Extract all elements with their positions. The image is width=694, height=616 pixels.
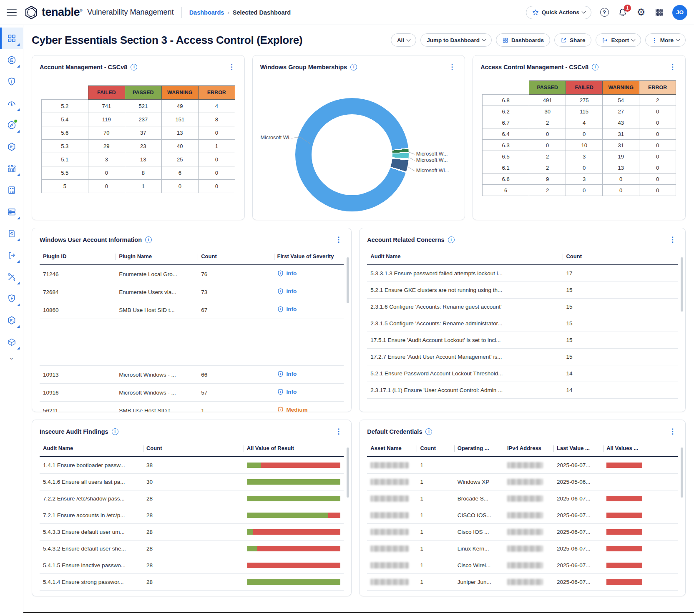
table-row[interactable]: 17.5.1 Ensure 'Audit Account Lockout' is…: [367, 332, 678, 349]
user-avatar[interactable]: JO: [672, 5, 687, 20]
table-row[interactable]: 2.3.1.6 Configure 'Accounts: Rename gues…: [367, 299, 678, 315]
sidebar-item-packages[interactable]: [0, 331, 23, 353]
table-row[interactable]: 1Cisco Wirel...2025-06-07...: [367, 557, 678, 574]
table-row[interactable]: 7.2.2 Ensure /etc/shadow pass...28: [40, 490, 344, 507]
vertical-scrollbar[interactable]: [681, 448, 683, 498]
severity-label: Info: [287, 371, 297, 377]
sidebar-item-assets[interactable]: [0, 309, 23, 331]
count-cell: 14: [563, 365, 678, 382]
info-icon[interactable]: i: [145, 236, 152, 243]
windows-group-donut-chart[interactable]: Microsoft Wi... Microsoft W... Microsoft…: [253, 75, 465, 216]
sidebar-item-audits[interactable]: [0, 179, 23, 201]
table-row[interactable]: 56211SMB Use Host SID t...1↑Medium: [40, 402, 344, 412]
severity-badge[interactable]: iInfo: [277, 288, 297, 294]
table-row[interactable]: 5.4.3.3 Ensure default user um...28: [40, 524, 344, 541]
notifications-button[interactable]: 1: [617, 7, 628, 18]
info-icon[interactable]: i: [448, 236, 455, 243]
sidebar-item-tools[interactable]: [0, 266, 23, 288]
widget-menu-button[interactable]: ⋮: [667, 235, 678, 244]
table-row[interactable]: 5.3.3.1.3 Ensure password failed attempt…: [367, 265, 678, 282]
table-row[interactable]: 1Juniper Jun...2025-06-07...: [367, 574, 678, 591]
sidebar-item-exports[interactable]: [0, 244, 23, 266]
widget-menu-button[interactable]: ⋮: [667, 427, 678, 436]
redacted-asset-name: [370, 562, 409, 568]
hamburger-menu-icon[interactable]: [7, 9, 17, 16]
table-row[interactable]: 5.4.1.4 Ensure strong passwor...28: [40, 574, 344, 591]
matrix-column-warning: WARNING: [161, 86, 198, 100]
matrix-cell: 19: [603, 151, 639, 162]
severity-badge[interactable]: iInfo: [277, 389, 297, 395]
more-button[interactable]: ⋮ More: [645, 33, 686, 47]
severity-badge[interactable]: iInfo: [277, 306, 297, 312]
table-row[interactable]: 10916Microsoft Windows - ...57iInfo: [40, 384, 344, 402]
widget-title: Insecure Audit Findings: [40, 428, 108, 435]
export-button[interactable]: Export: [596, 33, 641, 47]
apps-button[interactable]: [654, 7, 665, 18]
table-row[interactable]: 5.2.1 Ensure GKE clusters are not runnin…: [367, 282, 678, 299]
severity-badge[interactable]: iInfo: [277, 371, 297, 377]
table-row[interactable]: 10860SMB Use Host SID t...67iInfo: [40, 301, 344, 319]
widget-menu-button[interactable]: ⋮: [226, 63, 237, 71]
sidebar-item-explore[interactable]: [0, 49, 23, 71]
sidebar-item-reports[interactable]: [0, 223, 23, 244]
sidebar-item-sensors[interactable]: [0, 288, 23, 309]
info-icon[interactable]: i: [425, 428, 432, 435]
table-row[interactable]: 1CISCO IOS...2025-06-07...: [367, 507, 678, 524]
sidebar-item-dashboards[interactable]: [0, 28, 23, 49]
widget-menu-button[interactable]: ⋮: [333, 427, 344, 436]
matrix-cell: 1: [198, 140, 235, 153]
sidebar-item-scans[interactable]: [0, 201, 23, 223]
table-row[interactable]: 72684Enumerate Users via...73iInfo: [40, 283, 344, 301]
table-row[interactable]: 5.4.1.5 Ensure inactive passwo...28: [40, 557, 344, 574]
table-row[interactable]: 1Brocade S...2025-06-07...: [367, 490, 678, 507]
sidebar-item-findings[interactable]: [0, 71, 23, 93]
matrix-cell: 151: [161, 113, 198, 126]
jump-to-dashboard-button[interactable]: Jump to Dashboard: [420, 33, 492, 47]
matrix-cell: 0: [566, 185, 603, 196]
breadcrumb-dashboards-link[interactable]: Dashboards: [189, 9, 224, 16]
table-row[interactable]: 5.4.1.6 Ensure all users last pa...30: [40, 474, 344, 490]
table-row[interactable]: 71246Enumerate Local Gro...76iInfo: [40, 265, 344, 283]
sidebar-item-lumin[interactable]: [0, 93, 23, 114]
table-row[interactable]: 2.3.17.1 (L1) Ensure 'User Account Contr…: [367, 382, 678, 399]
widget-menu-button[interactable]: ⋮: [667, 63, 678, 71]
vertical-scrollbar[interactable]: [681, 257, 683, 312]
severity-badge[interactable]: ↑Medium: [277, 407, 308, 412]
vertical-scrollbar[interactable]: [347, 448, 349, 498]
table-row[interactable]: 1.4.1 Ensure bootloader passw...38: [40, 457, 344, 474]
filter-all-button[interactable]: All: [391, 33, 416, 47]
table-row[interactable]: 5.4.3.2 Ensure default user she...28: [40, 541, 344, 557]
table-row[interactable]: 2.3.1.5 Configure 'Accounts: Rename admi…: [367, 315, 678, 332]
sidebar-item-analytics[interactable]: [0, 158, 23, 179]
table-row[interactable]: 5.2.1 Ensure Password Account Lockout Th…: [367, 365, 678, 382]
product-name: Vulnerability Management: [87, 8, 174, 17]
redacted-ip-address: [507, 562, 543, 568]
table-row[interactable]: 1Cisco IOS ...2025-06-07...: [367, 524, 678, 541]
matrix-row: 6.230115270: [483, 106, 676, 117]
vertical-scrollbar[interactable]: [347, 257, 349, 303]
sidebar-collapse-chevron-icon[interactable]: ⌄: [9, 354, 14, 361]
info-icon[interactable]: i: [131, 64, 137, 70]
sidebar-item-attack-surface[interactable]: [0, 114, 23, 136]
share-button[interactable]: Share: [554, 33, 592, 47]
severity-badge[interactable]: iInfo: [277, 270, 297, 277]
table-row[interactable]: 1Linux Kern...2025-06-07...: [367, 541, 678, 557]
widget-menu-button[interactable]: ⋮: [333, 235, 344, 244]
sidebar-item-inventory[interactable]: [0, 136, 23, 158]
table-row[interactable]: 12025-06-07...: [367, 457, 678, 474]
count-cell: 66: [198, 366, 274, 384]
table-row[interactable]: 7.2.1 Ensure accounts in /etc/p...28: [40, 507, 344, 524]
dashboards-button[interactable]: Dashboards: [496, 33, 550, 47]
settings-button[interactable]: ⚙: [636, 7, 646, 18]
quick-actions-button[interactable]: Quick Actions: [526, 6, 591, 19]
info-icon[interactable]: i: [592, 64, 598, 70]
table-row[interactable]: 1Windows XP2025-05-06...: [367, 474, 678, 490]
last-value-cell: 2025-06-07...: [553, 574, 603, 591]
info-icon[interactable]: i: [112, 428, 118, 435]
widget-menu-button[interactable]: ⋮: [447, 63, 457, 71]
table-row[interactable]: 10913Microsoft Windows - ...66iInfo: [40, 366, 344, 384]
help-button[interactable]: ?: [599, 7, 610, 18]
bar-passed-segment: [247, 513, 328, 518]
table-row[interactable]: 17.2.7 Ensure 'Audit User Account Manage…: [367, 349, 678, 365]
info-icon[interactable]: i: [350, 64, 357, 70]
